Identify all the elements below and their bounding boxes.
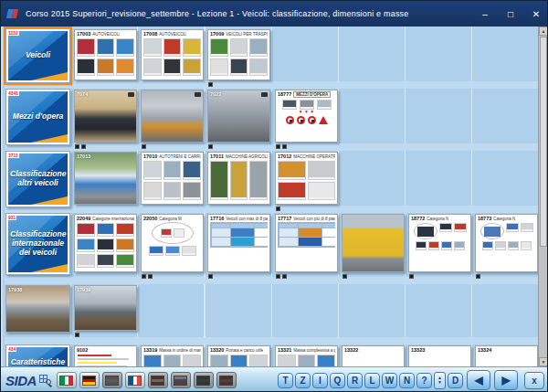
slide-thumbnail-13319[interactable]: 13319Massa in ordine di marcia	[141, 345, 204, 366]
attachment-marker-icon	[282, 274, 287, 279]
slide-header: 17716Veicoli con max di 8 passeggeri	[208, 215, 269, 221]
letter-button-r[interactable]: R	[347, 373, 363, 388]
slide-thumbnail-17717[interactable]: 17717Veicoli con più di 8 passeggeri	[275, 214, 338, 272]
slide-thumbnail-18772[interactable]: 18772Categoria N	[408, 214, 471, 272]
scroll-up-icon[interactable]: ▲	[539, 26, 548, 36]
slide-thumbnail-22050[interactable]: 22050Categoria M	[141, 214, 204, 272]
slide-id: 17013	[77, 154, 90, 159]
photo-thumb	[416, 241, 427, 250]
slide-thumbnail-17013[interactable]: 17013	[74, 152, 137, 205]
category-tile-mezzi-d-opera[interactable]: Mezzi d'opera4341	[5, 89, 70, 145]
letter-button-z[interactable]: Z	[295, 373, 311, 388]
close-slideshow-button[interactable]: x	[524, 372, 544, 389]
category-tile-classificazione-altri-veicoli[interactable]: Classificazione altri veicoli1711	[5, 151, 70, 207]
slide-title: Portata e carico utile	[226, 348, 263, 353]
spinner-down-icon[interactable]: ▼	[437, 380, 442, 385]
vertical-scrollbar[interactable]: ▲ ▼	[538, 26, 547, 366]
slide-thumbnail-18777[interactable]: 18777MEZZI D'OPERA▼ ▼ ▼	[275, 90, 338, 143]
slide-id: 17008	[143, 31, 157, 37]
slide-header: 13323	[409, 346, 470, 353]
slide-thumbnail-17716[interactable]: 17716Veicoli con max di 8 passeggeri	[207, 214, 270, 272]
language-flags	[57, 372, 239, 388]
slide-thumbnail-18773[interactable]: 18773Categoria N	[475, 214, 538, 272]
slide-id: 9102	[77, 347, 88, 353]
slide-thumbnail-13324[interactable]: 13324	[475, 345, 538, 366]
flag-button-arabic[interactable]	[194, 372, 214, 388]
table-label-cell	[212, 228, 230, 237]
french-flag-icon	[128, 376, 142, 386]
flag-button-russian[interactable]	[171, 372, 191, 388]
photo-thumb	[116, 38, 134, 57]
photo-thumb	[210, 38, 228, 57]
category-tile-classificazione-internazionale-dei-veicoli[interactable]: Classificazione internazionale dei veico…	[5, 213, 70, 275]
table-header-cell	[212, 224, 230, 228]
slide-thumbnail-22049[interactable]: 22049Categorie internazionali di veicoli	[74, 214, 137, 272]
photo-thumb	[317, 100, 332, 110]
search-grid-icon[interactable]	[39, 375, 51, 387]
truck-illustration	[342, 353, 404, 366]
slide-thumbnail-17012[interactable]: 17012MACCHINE OPERATRICI	[275, 152, 338, 205]
category-tile-caratteristiche[interactable]: Caratteristiche434	[5, 344, 70, 366]
truck-illustration	[476, 353, 537, 366]
category-tile-veicoli[interactable]: Veicoli1152	[5, 28, 70, 83]
letter-button-d[interactable]: D	[448, 373, 463, 388]
photo-thumb	[210, 161, 228, 200]
previous-button[interactable]: ◀	[467, 370, 490, 390]
slide-thumbnail-13320[interactable]: 13320Portata e carico utile	[207, 345, 270, 366]
oval-and-photos	[409, 223, 470, 239]
slide-thumbnail-13322[interactable]: 13322	[342, 345, 405, 366]
slide-thumbnail-17011[interactable]: 17011MACCHINE AGRICOLE	[207, 152, 270, 205]
photo-thumb	[278, 182, 306, 201]
flag-button-english[interactable]	[102, 372, 122, 388]
scroll-down-icon[interactable]: ▼	[539, 357, 548, 366]
flag-button-italian[interactable]	[57, 372, 77, 388]
next-button[interactable]: ▶	[494, 370, 518, 390]
flag-button-spanish[interactable]	[148, 372, 168, 388]
photo-thumb	[77, 223, 95, 237]
red-arrows: ▼ ▼ ▼	[276, 110, 337, 114]
scrollbar-thumb[interactable]	[540, 37, 547, 247]
slide-header: 17011MACCHINE AGRICOLE	[208, 153, 269, 159]
letter-button-i[interactable]: I	[312, 373, 328, 388]
zoom-spinner[interactable]: ▲ ▼	[434, 372, 446, 389]
flag-button-french[interactable]	[125, 372, 145, 388]
slide-id: 18777	[278, 91, 291, 97]
maximize-button[interactable]: □	[498, 1, 523, 26]
letter-button-w[interactable]: W	[382, 373, 397, 388]
document-line	[78, 358, 129, 360]
slide-thumbnail-17009[interactable]: 17009VEICOLI PER TRASPORTO SPECIFICO	[207, 29, 270, 80]
slide-thumbnail-photo[interactable]	[141, 90, 204, 143]
letter-button-help[interactable]: ?	[416, 373, 432, 388]
letter-button-n[interactable]: N	[399, 373, 415, 388]
slide-thumbnail-17003[interactable]: 17003AUTOVEICOLI	[74, 29, 137, 80]
letter-button-q[interactable]: Q	[330, 373, 345, 388]
photo-thumb	[210, 355, 228, 366]
photo-thumb	[298, 355, 316, 366]
photo-thumb	[317, 355, 335, 366]
attachment-marker-icon	[276, 144, 280, 149]
slide-thumbnail-9102[interactable]: 9102	[74, 345, 137, 366]
window-title: Corso 2015 Superiori_revisione_settembre…	[26, 9, 409, 18]
slide-thumbnail-17008[interactable]: 17008AUTOVEICOLI	[141, 29, 204, 80]
minimize-button[interactable]: –	[472, 1, 498, 26]
slide-thumbnail-7022[interactable]: 7022	[207, 90, 270, 143]
letter-button-l[interactable]: L	[364, 373, 380, 388]
slide-thumbnail-13323[interactable]: 13323	[408, 345, 471, 366]
photo-thumb	[163, 182, 182, 201]
photo-grid	[75, 221, 136, 270]
photo-thumb	[116, 58, 134, 77]
photo-thumb	[77, 58, 95, 77]
photo-thumb	[143, 182, 162, 201]
slide-thumbnail-7074[interactable]: 7074	[74, 90, 137, 143]
flag-button-german[interactable]	[79, 372, 100, 388]
slide-thumbnail-13321[interactable]: 13321Massa complessiva a pieno carico	[275, 345, 338, 366]
row-separator	[5, 277, 539, 284]
slide-thumbnail-17938[interactable]: 17938	[5, 285, 70, 333]
slide-id: 7022	[210, 91, 221, 97]
slide-thumbnail-17939[interactable]: 17939	[74, 285, 137, 331]
slide-thumbnail-17010[interactable]: 17010AUTOTRENI E CARRI APPENDICE	[141, 152, 204, 205]
letter-button-t[interactable]: T	[278, 373, 293, 388]
slide-thumbnail-photo[interactable]	[342, 214, 405, 272]
flag-button-albanian[interactable]	[216, 372, 237, 388]
close-button[interactable]: ✕	[523, 1, 548, 26]
